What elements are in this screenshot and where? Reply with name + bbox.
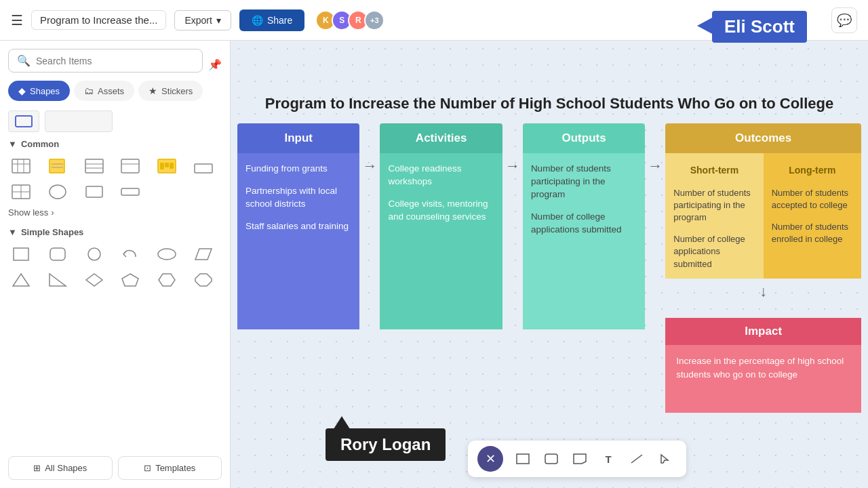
- pin-icon[interactable]: 📌: [208, 58, 222, 71]
- shape-grid[interactable]: [8, 182, 34, 202]
- eli-scott-label: Eli Scott: [712, 11, 807, 43]
- list-item: Partnerships with local school districts: [245, 185, 351, 211]
- common-section-header[interactable]: ▼ Common: [8, 139, 222, 149]
- svg-rect-35: [517, 454, 529, 464]
- all-shapes-button[interactable]: ⊞ All Shapes: [8, 456, 113, 480]
- close-button[interactable]: ✕: [477, 446, 503, 472]
- simple-parallelogram[interactable]: [191, 244, 216, 264]
- templates-button[interactable]: ⊡ Templates: [118, 456, 222, 480]
- list-item: Staff salaries and training: [245, 220, 351, 233]
- svg-marker-32: [122, 274, 138, 286]
- svg-rect-11: [121, 159, 139, 173]
- tab-shapes[interactable]: ◆ Shapes: [8, 81, 70, 101]
- rounded-rect-tool[interactable]: [540, 447, 563, 470]
- impact-body: Increase in the percentage of high schoo…: [665, 345, 861, 413]
- rory-logan-label: Rory Logan: [326, 428, 446, 461]
- list-item: Number of students enrolled in college: [772, 221, 853, 245]
- list-item: Number of students participating in the …: [673, 187, 755, 224]
- simple-circle[interactable]: [81, 244, 107, 264]
- collapse-icon: ▼: [8, 139, 17, 149]
- svg-rect-8: [85, 159, 103, 173]
- shape-table[interactable]: [8, 156, 34, 176]
- svg-marker-37: [574, 454, 586, 464]
- globe-icon: 🌐: [252, 15, 263, 26]
- pointer-tool[interactable]: [654, 447, 677, 470]
- tab-stickers[interactable]: ★ Stickers: [138, 81, 203, 101]
- svg-line-38: [631, 455, 642, 463]
- short-term-col: Short-term Number of students participat…: [665, 153, 763, 279]
- templates-label: Templates: [155, 463, 195, 473]
- arrow-outcomes-impact: ↓: [665, 279, 861, 304]
- rect-tool[interactable]: [511, 447, 534, 470]
- simple-hexagon[interactable]: [154, 270, 180, 290]
- svg-marker-30: [50, 274, 66, 286]
- search-bar[interactable]: 🔍: [8, 49, 203, 73]
- show-less-button[interactable]: Show less ›: [8, 207, 222, 218]
- impact-header: Impact: [665, 318, 861, 345]
- shape-wide-rect[interactable]: [117, 182, 143, 202]
- simple-square[interactable]: [8, 244, 34, 264]
- diagram-body: Input Funding from grants Partnerships w…: [237, 123, 861, 413]
- svg-rect-15: [165, 163, 169, 167]
- main-layout: 🔍 📌 ◆ Shapes 🗂 Assets ★ Stickers: [0, 41, 868, 488]
- search-input[interactable]: [36, 56, 194, 66]
- activities-body: College readiness workshops College visi…: [380, 153, 502, 329]
- svg-rect-1: [12, 159, 30, 173]
- line-tool[interactable]: [625, 447, 648, 470]
- text-tool[interactable]: T: [597, 447, 620, 470]
- svg-marker-31: [86, 274, 102, 286]
- shape-sticky[interactable]: [45, 156, 71, 176]
- outputs-header: Outputs: [523, 123, 645, 153]
- simple-ellipse[interactable]: [154, 244, 180, 264]
- canvas-area[interactable]: Program to Increase the Number of High S…: [231, 41, 868, 488]
- simple-right-triangle[interactable]: [45, 270, 71, 290]
- all-shapes-icon: ⊞: [33, 463, 41, 473]
- tab-assets[interactable]: 🗂 Assets: [74, 81, 134, 101]
- shapes-icon: ◆: [18, 85, 26, 96]
- simple-undo[interactable]: [117, 244, 143, 264]
- svg-point-26: [88, 248, 100, 260]
- shape-card[interactable]: [117, 156, 143, 176]
- menu-icon[interactable]: ☰: [11, 12, 23, 28]
- arrow-outputs-outcomes: →: [645, 123, 665, 175]
- simple-pentagon[interactable]: [117, 270, 143, 290]
- panel-tabs: ◆ Shapes 🗂 Assets ★ Stickers: [8, 81, 222, 101]
- shape-bar[interactable]: [191, 156, 216, 176]
- doc-title[interactable]: Program to Increase the...: [31, 10, 166, 30]
- svg-rect-0: [16, 116, 32, 127]
- stickers-icon: ★: [149, 85, 157, 96]
- input-header: Input: [237, 123, 359, 153]
- shape-preview-2[interactable]: [45, 110, 113, 132]
- avatar-overflow: +3: [364, 10, 384, 30]
- list-item: Number of students accepted to college: [772, 187, 853, 211]
- note-tool[interactable]: [568, 447, 591, 470]
- simple-octagon[interactable]: [191, 270, 216, 290]
- simple-triangle[interactable]: [8, 270, 34, 290]
- shape-preview-selected[interactable]: [8, 110, 39, 132]
- simple-rounded-rect[interactable]: [45, 244, 71, 264]
- shape-kanban[interactable]: [154, 156, 180, 176]
- show-less-label: Show less: [8, 207, 48, 218]
- shape-rect[interactable]: [81, 182, 107, 202]
- activities-header: Activities: [380, 123, 502, 153]
- share-button[interactable]: 🌐 Share: [239, 9, 304, 31]
- svg-rect-23: [121, 188, 139, 195]
- export-button[interactable]: Export ▾: [174, 10, 231, 30]
- svg-marker-34: [195, 274, 212, 286]
- comment-icon[interactable]: 💬: [831, 7, 857, 33]
- svg-rect-17: [195, 164, 212, 173]
- panel-footer: ⊞ All Shapes ⊡ Templates: [8, 456, 222, 480]
- right-block: Outcomes Short-term Number of students p…: [665, 123, 861, 413]
- simple-shapes-section-header[interactable]: ▼ Simple Shapes: [8, 227, 222, 237]
- list-item: Funding from grants: [245, 163, 351, 176]
- diagram-title: Program to Increase the Number of High S…: [237, 95, 861, 113]
- list-item: College readiness workshops: [388, 163, 494, 188]
- simple-shapes-label: Simple Shapes: [21, 227, 83, 237]
- assets-icon: 🗂: [84, 85, 94, 96]
- svg-rect-14: [160, 163, 164, 169]
- list-item: College visits, mentoring and counseling…: [388, 198, 494, 224]
- shape-list[interactable]: [81, 156, 107, 176]
- svg-rect-16: [170, 163, 174, 169]
- simple-diamond[interactable]: [81, 270, 107, 290]
- shape-circle[interactable]: [45, 182, 71, 202]
